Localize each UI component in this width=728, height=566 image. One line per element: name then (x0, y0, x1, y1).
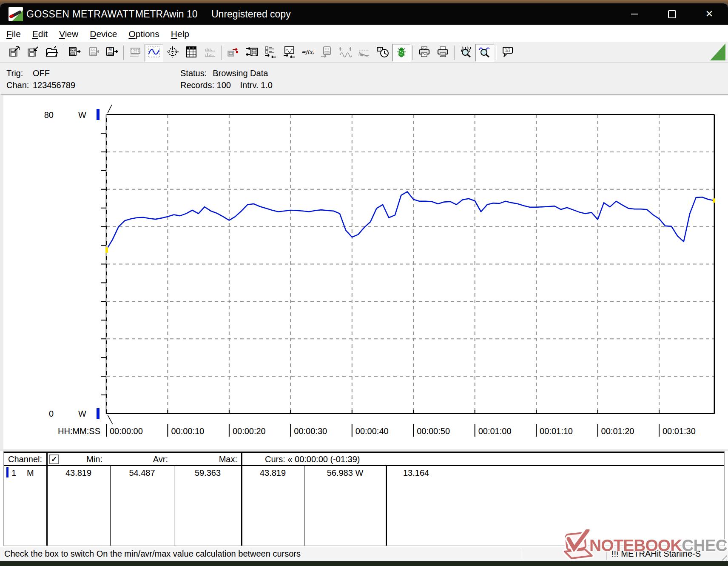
svg-text:12: 12 (378, 48, 381, 51)
header-cursor: Curs: « 00:00:00 (-01:39) (265, 455, 360, 464)
print-preview-button[interactable] (415, 44, 434, 62)
svg-text:321: 321 (70, 48, 75, 51)
menu-edit[interactable]: Edit (32, 29, 48, 39)
annotation-button[interactable]: 1/2 (498, 44, 517, 62)
watermark-text-secondary: CHECK (682, 536, 728, 555)
menu-file[interactable]: File (6, 29, 21, 39)
cell-min: 43.819 (47, 468, 110, 478)
status-hint: Check the box to switch On the min/avr/m… (4, 549, 301, 559)
toolbar-separator (494, 46, 498, 60)
y-unit-bottom: W (78, 409, 86, 418)
header-avr: Avr: (110, 455, 174, 464)
read-device-button[interactable]: 321 (65, 44, 84, 62)
title-brand: GOSSEN METRAWATT (26, 9, 135, 20)
title-license-note: Unregistered copy (211, 9, 291, 20)
trend-chart-view-button[interactable] (145, 44, 163, 62)
print-preview-icon (418, 46, 431, 60)
menu-bar: FileEditViewDeviceOptionsHelp (0, 25, 728, 43)
x-tick-label: 00:00:20 (233, 426, 266, 436)
interval-value: 1.0 (261, 80, 273, 90)
acquisition-info-bar: Trig:OFF Chan:123456789 Status:Browsing … (0, 63, 728, 94)
values-table-header: Channel: ✓ Min: Avr: Max: Curs: « 00:00:… (4, 453, 724, 466)
records-label: Records: (180, 80, 214, 90)
histogram-view-button (201, 44, 219, 62)
maximize-button[interactable] (653, 3, 691, 25)
formula-icon: =ƒ(x) (301, 46, 314, 60)
watermark-text-primary: NOTEBOOK (589, 536, 682, 555)
toolbar-separator (61, 46, 65, 60)
title-bar: GOSSEN METRAWATT METRAwin 10 Unregistere… (0, 3, 728, 25)
toolbar: 321321M1257=ƒ(x)321121/2 (0, 43, 728, 63)
minimize-icon (631, 14, 638, 14)
x-tick-label: 00:00:40 (355, 426, 389, 436)
x-axis-format-label: HH:MM:SS (58, 426, 100, 436)
channel-setup-icon (264, 46, 277, 60)
close-icon: ✕ (705, 9, 713, 20)
trigger-label: Trig: (6, 67, 33, 79)
x-tick-label: 00:01:30 (663, 426, 696, 436)
channel-value: 123456789 (33, 80, 75, 90)
transfer-config-button[interactable] (224, 44, 242, 62)
cell-max: 59.363 (174, 468, 242, 478)
cursor2-value-marker (713, 198, 715, 203)
note-bubble-icon: 1/2 (501, 46, 514, 60)
save-data-button[interactable] (5, 44, 24, 62)
xy-display-button[interactable] (163, 44, 182, 62)
cell-mode: M (27, 468, 34, 478)
live-mode-button[interactable] (392, 44, 411, 62)
time-settings-button[interactable]: 12 (373, 44, 392, 62)
zoom-signal-button[interactable] (457, 44, 475, 62)
toolbar-corner-triangle-icon (710, 43, 725, 60)
table-row[interactable]: 1 M 43.819 54.487 59.363 43.819 56.983 W… (4, 466, 724, 480)
header-channel: Channel: (8, 455, 42, 464)
interval-label: Intrv. (240, 80, 259, 90)
x-tick-label: 00:00:10 (171, 426, 204, 436)
pulse-train-icon (358, 46, 370, 60)
open-file-button[interactable] (43, 44, 61, 62)
metrawin-window: GOSSEN METRAWATT METRAwin 10 Unregistere… (0, 3, 728, 561)
device-321-icon: 321 (320, 46, 333, 60)
store-data-button[interactable] (24, 44, 43, 62)
gossen-metrawatt-logo-icon (9, 7, 23, 21)
close-button[interactable]: ✕ (691, 3, 728, 25)
channel-color-marker (6, 467, 9, 477)
zoom-curve-button[interactable] (475, 44, 494, 62)
toolbar-separator (452, 46, 457, 60)
y-max-label: 80 (44, 110, 54, 120)
channel-marker-top (97, 109, 100, 120)
cell-channel: 1 (11, 468, 16, 478)
cell-cursor1: 43.819 (242, 468, 304, 478)
status-value: Browsing Data (213, 69, 268, 78)
device-read-icon: 321 (68, 46, 81, 60)
maximize-icon (668, 10, 676, 18)
menu-device[interactable]: Device (90, 29, 117, 39)
toolbar-separator (411, 46, 415, 60)
menu-options[interactable]: Options (128, 29, 159, 39)
y-min-label: 0 (49, 409, 54, 418)
transfer-config-icon (227, 46, 239, 60)
xy-view-icon (166, 46, 179, 60)
title-app-name: METRAwin 10 (135, 9, 198, 20)
channel-setup-button[interactable] (261, 44, 280, 62)
zoom-waves-icon (460, 46, 472, 60)
pulse-output-button (355, 44, 373, 62)
minimize-button[interactable] (616, 3, 653, 25)
menu-view[interactable]: View (59, 29, 78, 39)
data-table-view-button[interactable] (182, 44, 201, 62)
read-memory-button[interactable]: M (103, 44, 122, 62)
sine-gen-icon (339, 46, 352, 60)
monitor-wave-icon (283, 46, 296, 60)
analog-output-button (336, 44, 355, 62)
menu-help[interactable]: Help (171, 29, 189, 39)
print-button[interactable] (434, 44, 452, 62)
x-tick-label: 00:00:00 (110, 426, 143, 436)
device-save-button[interactable] (242, 44, 261, 62)
y-unit-top: W (78, 110, 86, 120)
formula-fx-button[interactable]: =ƒ(x) (299, 44, 317, 62)
printer-icon (437, 46, 449, 60)
cell-avr: 54.487 (110, 468, 174, 478)
memory-read-icon: M (106, 46, 119, 60)
monitor-signal-button[interactable] (280, 44, 299, 62)
live-bug-icon (395, 46, 408, 60)
x-tick-label: 00:01:20 (601, 426, 634, 436)
